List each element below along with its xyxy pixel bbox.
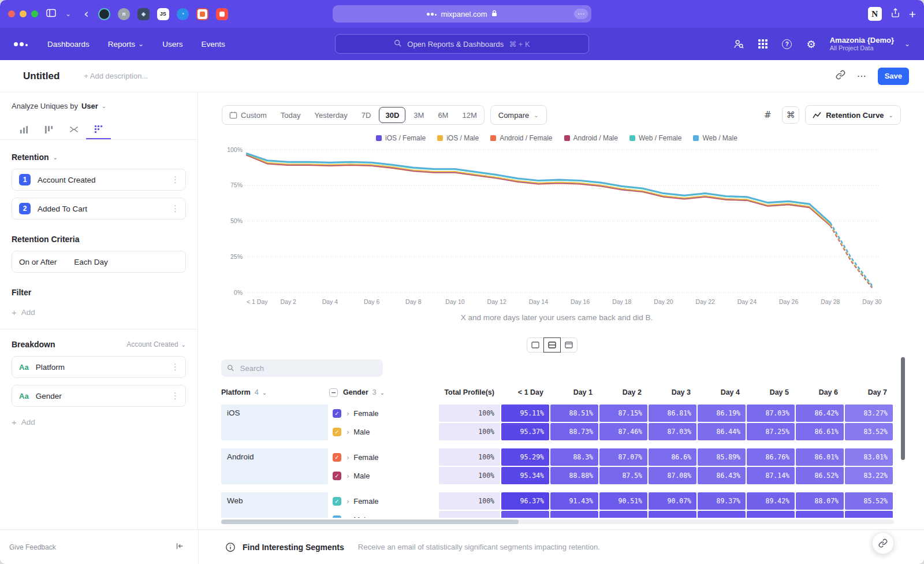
row-expander-icon[interactable]: › <box>346 409 349 418</box>
back-button[interactable]: ‹ <box>84 8 89 20</box>
browser-sidebar-icon[interactable] <box>46 9 56 20</box>
mixpanel-logo[interactable] <box>14 42 28 46</box>
legend-item[interactable]: Web / Female <box>629 134 681 142</box>
close-window-button[interactable] <box>8 10 15 17</box>
legend-item[interactable]: iOS / Male <box>437 134 479 142</box>
address-bar[interactable]: mixpanel.com ⋯ <box>333 5 591 23</box>
compare-button[interactable]: Compare⌄ <box>490 105 547 125</box>
criteria-type[interactable]: On or After <box>19 258 57 266</box>
tab-retention[interactable] <box>86 120 111 139</box>
chart-caption: X and more days later your users came ba… <box>222 313 892 322</box>
legend-item[interactable]: Web / Male <box>693 134 737 142</box>
share-icon[interactable] <box>891 8 900 20</box>
more-actions-icon[interactable]: ⋯ <box>857 70 866 81</box>
extension-icon[interactable]: JS <box>157 8 169 20</box>
minimize-window-button[interactable] <box>20 10 27 17</box>
apps-grid-icon[interactable] <box>756 37 770 51</box>
add-breakdown-button[interactable]: +Add <box>12 417 186 427</box>
table-search[interactable] <box>221 359 383 377</box>
horizontal-scrollbar-thumb[interactable] <box>221 520 519 524</box>
command-icon[interactable]: ⌘ <box>782 106 799 124</box>
extension-icon[interactable] <box>196 8 208 20</box>
new-tab-button[interactable]: + <box>909 8 916 20</box>
table-only-view-button[interactable] <box>560 337 578 352</box>
series-checkbox[interactable]: ✓ <box>333 472 341 480</box>
save-button[interactable]: Save <box>878 68 909 85</box>
range-7d[interactable]: 7D <box>355 106 378 124</box>
nav-item-reports[interactable]: Reports⌄ <box>108 40 144 49</box>
column-header-platform[interactable]: Platform 4 ⌄ <box>221 388 328 396</box>
select-all-checkbox[interactable]: − <box>329 388 338 397</box>
extension-icon[interactable]: ◈ <box>137 8 150 20</box>
split-view-button[interactable] <box>543 337 561 352</box>
analyze-value-dropdown[interactable]: User <box>81 102 98 110</box>
nav-item-events[interactable]: Events <box>201 40 225 49</box>
legend-item[interactable]: Android / Male <box>564 134 618 142</box>
range-custom[interactable]: Custom <box>222 106 274 124</box>
global-search[interactable]: Open Reports & Dashboards ⌘ + K <box>335 34 589 54</box>
extension-icon[interactable] <box>98 8 110 20</box>
copy-link-icon[interactable] <box>836 70 845 82</box>
project-switcher[interactable]: Amazonia {Demo} All Project Data <box>830 36 894 53</box>
range-12m[interactable]: 12M <box>455 106 483 124</box>
tab-flows[interactable] <box>61 120 86 139</box>
range-30d[interactable]: 30D <box>379 107 405 123</box>
help-icon[interactable]: ? <box>780 37 794 51</box>
range-6m[interactable]: 6M <box>431 106 455 124</box>
retention-step-b[interactable]: 2 Added To Cart ⋮ <box>12 198 186 220</box>
breakdown-scope-dropdown[interactable]: Account Created⌄ <box>126 340 186 348</box>
nav-item-users[interactable]: Users <box>162 40 182 49</box>
retention-criteria-row[interactable]: On or After Each Day <box>12 251 186 273</box>
chevron-down-icon[interactable]: ⌄ <box>904 40 910 48</box>
tab-funnels[interactable] <box>36 120 61 139</box>
series-checkbox[interactable]: ✓ <box>333 428 341 436</box>
share-link-floating-button[interactable] <box>872 532 894 554</box>
breakdown-item-platform[interactable]: Aa Platform ⋮ <box>12 356 186 378</box>
user-search-icon[interactable] <box>732 37 746 51</box>
series-checkbox[interactable]: ✓ <box>333 497 341 506</box>
row-expander-icon[interactable]: › <box>346 453 349 462</box>
give-feedback-link[interactable]: Give Feedback <box>9 543 56 551</box>
chart-type-dropdown[interactable]: Retention Curve ⌄ <box>805 105 901 125</box>
column-header-gender[interactable]: − Gender 3 ⌄ <box>329 388 438 397</box>
find-segments-title[interactable]: Find Interesting Segments <box>243 543 344 552</box>
range-today[interactable]: Today <box>274 106 308 124</box>
more-options-icon[interactable]: ⋯ <box>574 9 588 19</box>
kebab-menu-icon[interactable]: ⋮ <box>171 203 180 214</box>
legend-item[interactable]: iOS / Female <box>376 134 426 142</box>
retention-section-header[interactable]: Retention⌄ <box>12 153 186 162</box>
retention-step-a[interactable]: 1 Account Created ⋮ <box>12 169 186 191</box>
report-title[interactable]: Untitled <box>23 70 59 82</box>
maximize-window-button[interactable] <box>31 10 38 17</box>
kebab-menu-icon[interactable]: ⋮ <box>171 391 180 401</box>
nav-item-dashboards[interactable]: Dashboards <box>47 40 90 49</box>
add-filter-button[interactable]: +Add <box>12 307 186 317</box>
extension-icon[interactable]: n <box>118 8 130 20</box>
kebab-menu-icon[interactable]: ⋮ <box>171 175 180 185</box>
collapse-sidebar-icon[interactable] <box>175 541 184 553</box>
chart-only-view-button[interactable] <box>527 337 544 352</box>
row-expander-icon[interactable]: › <box>346 515 349 518</box>
series-checkbox[interactable]: ✓ <box>333 515 341 518</box>
notion-icon[interactable]: N <box>868 7 882 21</box>
row-expander-icon[interactable]: › <box>346 428 349 436</box>
row-expander-icon[interactable]: › <box>346 472 349 480</box>
add-description[interactable]: + Add description... <box>84 72 148 80</box>
tab-insights[interactable] <box>12 120 36 139</box>
range-yesterday[interactable]: Yesterday <box>308 106 355 124</box>
breakdown-item-gender[interactable]: Aa Gender ⋮ <box>12 385 186 407</box>
range-3m[interactable]: 3M <box>407 106 431 124</box>
series-checkbox[interactable]: ✓ <box>333 453 341 462</box>
chevron-down-icon[interactable]: ⌄ <box>65 10 71 18</box>
criteria-interval[interactable]: Each Day <box>74 258 108 266</box>
extension-icon[interactable] <box>216 8 228 20</box>
kebab-menu-icon[interactable]: ⋮ <box>171 362 180 372</box>
row-expander-icon[interactable]: › <box>346 497 349 506</box>
annotations-icon[interactable]: # <box>759 106 776 124</box>
series-checkbox[interactable]: ✓ <box>333 409 341 418</box>
legend-item[interactable]: Android / Female <box>490 134 552 142</box>
settings-gear-icon[interactable]: ⚙ <box>804 37 818 51</box>
extension-icon[interactable]: ◔ <box>177 8 189 20</box>
table-search-input[interactable] <box>239 363 377 373</box>
vertical-scrollbar-thumb[interactable] <box>901 357 905 460</box>
